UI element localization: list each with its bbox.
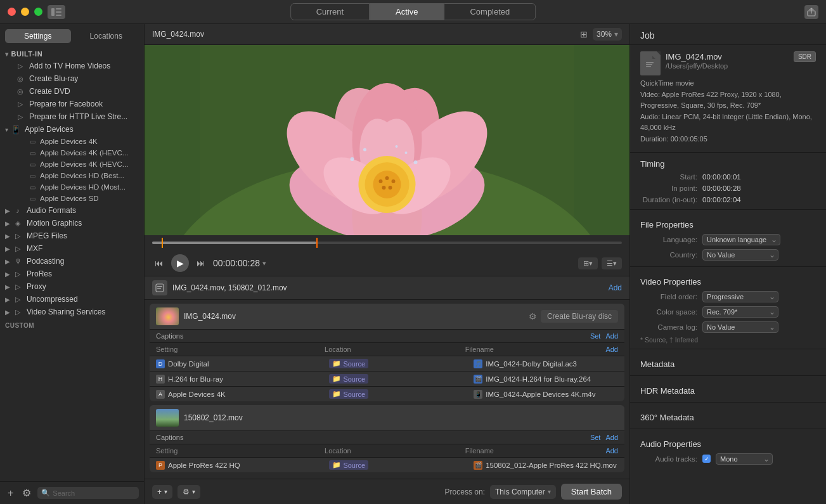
audio-tracks-checkbox[interactable] [702, 455, 711, 463]
audio-props-title[interactable]: Audio Properties [630, 433, 826, 451]
job1-set-button[interactable]: Set [590, 332, 601, 340]
search-field[interactable]: 🔍 [37, 487, 139, 499]
add-item-button[interactable]: + [5, 486, 16, 500]
fb-icon: ▷ [15, 99, 25, 109]
360-metadata-title[interactable]: 360° Metadata [630, 406, 826, 425]
settings-gear-button[interactable]: ⚙ [20, 486, 34, 500]
divider-1 [630, 209, 826, 210]
minimize-button[interactable] [21, 8, 29, 16]
sidebar-item-mxf[interactable]: ▶ ▷ MXF [0, 242, 144, 255]
sidebar-item-create-bluray[interactable]: ◎ Create Blu-ray [0, 72, 144, 85]
file-props-title: File Properties [630, 214, 826, 232]
playback-controls: ⏮ ▶ ⏭ 00:00:00:28 ▾ ⊞▾ ☰▾ [152, 250, 622, 276]
color-space-select[interactable]: Rec. 709* [702, 306, 778, 318]
job-header-icon [152, 280, 167, 295]
sidebar-item-proxy[interactable]: ▶ ▷ Proxy [0, 280, 144, 293]
source-badge-4: 📁 Source [329, 460, 368, 470]
sidebar-sub-apple-sd[interactable]: ▭ Apple Devices SD [0, 193, 144, 204]
job1-setting: Create Blu-ray disc [541, 310, 618, 323]
sidebar-item-podcasting[interactable]: ▶ 🎙 Podcasting [0, 255, 144, 268]
device-icon-4: ▭ [28, 171, 37, 180]
sidebar-sub-apple-4k-hevc2[interactable]: ▭ Apple Devices 4K (HEVC... [0, 158, 144, 170]
sidebar-item-create-dvd[interactable]: ◎ Create DVD [0, 85, 144, 98]
field-order-select-wrapper[interactable]: Progressive [702, 291, 778, 302]
gear-btn-chevron: ▾ [192, 488, 195, 495]
close-button[interactable] [8, 8, 16, 16]
apple-devices-icon: 📱 [11, 124, 21, 134]
camera-log-select[interactable]: No Value [702, 321, 778, 333]
builtin-section-header[interactable]: ▾ BUILT-IN [0, 48, 144, 60]
job2-captions-add-button[interactable]: Add [605, 434, 618, 441]
timecode-display[interactable]: 00:00:00:28 ▾ [213, 258, 266, 268]
country-select[interactable]: No Value [702, 249, 778, 261]
duration-label: Duration (in-out): [640, 196, 697, 204]
device-icon-2: ▭ [28, 148, 37, 157]
zoom-selector[interactable]: 30% ▾ [593, 28, 622, 41]
play-button[interactable]: ▶ [171, 254, 189, 272]
svg-rect-2 [56, 11, 61, 13]
file-name-container: IMG_0424.mov SDR /Users/jeffy/Desktop [666, 51, 816, 72]
output3-setting: A Apple Devices 4K [156, 390, 329, 399]
language-select-wrapper[interactable]: Unknown language [702, 234, 780, 245]
start-batch-button[interactable]: Start Batch [561, 484, 622, 500]
hdr-metadata-title[interactable]: HDR Metadata [630, 380, 826, 398]
audio-tracks-select-wrapper[interactable]: Mono [716, 453, 773, 465]
sidebar-sub-apple-hd-best[interactable]: ▭ Apple Devices HD (Best... [0, 170, 144, 181]
job-add-button[interactable]: Add [609, 283, 622, 292]
job1-output-row-1: D Dolby Digital 📁 Source 🎵 IMG_0424-Dolb… [150, 356, 624, 371]
mpeg-icon: ▷ [13, 231, 23, 241]
color-space-select-wrapper[interactable]: Rec. 709* [702, 306, 778, 318]
add-job-button[interactable]: + ▾ [152, 485, 172, 499]
sidebar-item-audio-formats[interactable]: ▶ ♪ Audio Formats [0, 204, 144, 217]
monitor-settings-button[interactable]: ☰▾ [602, 257, 622, 269]
job1-output-add-button[interactable]: Add [605, 346, 618, 353]
sidebar-sub-apple-4k[interactable]: ▭ Apple Devices 4K [0, 136, 144, 147]
file-info-header: IMG_0424.mov SDR /Users/jeffy/Desktop [640, 51, 816, 75]
sidebar-item-uncompressed[interactable]: ▶ ▷ Uncompressed [0, 293, 144, 306]
sidebar-item-apple-devices[interactable]: ▾ 📱 Apple Devices [0, 123, 144, 136]
job2-output-add-button[interactable]: Add [605, 447, 618, 455]
monitor-output-button[interactable]: ⊞▾ [578, 257, 598, 269]
search-input[interactable] [53, 489, 135, 497]
sidebar-item-prepare-http[interactable]: ▷ Prepare for HTTP Live Stre... [0, 110, 144, 123]
sidebar-item-prepare-facebook[interactable]: ▷ Prepare for Facebook [0, 98, 144, 110]
sidebar-tab-locations[interactable]: Locations [74, 29, 139, 43]
file-icon-1: 🎵 [474, 359, 482, 368]
tab-current[interactable]: Current [290, 3, 370, 20]
country-select-wrapper[interactable]: No Value [702, 249, 778, 261]
sidebar-sub-apple-hd-most[interactable]: ▭ Apple Devices HD (Most... [0, 181, 144, 193]
sidebar-item-add-to-tv[interactable]: ▷ Add to TV Home Videos [0, 60, 144, 72]
sidebar-item-prores[interactable]: ▶ ▷ ProRes [0, 268, 144, 280]
sidebar-item-mpeg-files[interactable]: ▶ ▷ MPEG Files [0, 229, 144, 242]
skip-back-button[interactable]: ⏮ [152, 257, 166, 269]
divider-3 [630, 349, 826, 349]
language-select[interactable]: Unknown language [702, 234, 780, 245]
audio-tracks-select[interactable]: Mono [716, 453, 773, 465]
col-filename-label: Filename [465, 346, 606, 353]
sidebar-item-video-sharing[interactable]: ▶ ▷ Video Sharing Services [0, 306, 144, 318]
main-layout: Settings Locations ▾ BUILT-IN ▷ Add to T… [0, 24, 826, 504]
timeline[interactable] [152, 235, 622, 250]
fit-icon[interactable]: ⊞ [580, 29, 588, 39]
output2-filename: 🎬 IMG_0424-H.264 for Blu-ray.264 [474, 375, 618, 384]
settings-job-button[interactable]: ⚙ ▾ [177, 485, 200, 499]
timeline-track[interactable] [152, 242, 622, 244]
job1-gear-button[interactable]: ⚙ [529, 311, 537, 321]
maximize-button[interactable] [34, 8, 42, 16]
skip-forward-button[interactable]: ⏭ [194, 257, 208, 269]
job1-captions-add-button[interactable]: Add [605, 332, 618, 340]
camera-log-label: Camera log: [640, 323, 697, 331]
camera-log-select-wrapper[interactable]: No Value [702, 321, 778, 333]
sidebar-sub-apple-4k-hevc1[interactable]: ▭ Apple Devices 4K (HEVC... [0, 147, 144, 158]
sidebar-tab-settings[interactable]: Settings [5, 29, 71, 43]
tab-completed[interactable]: Completed [444, 3, 536, 20]
col-setting-label: Setting [156, 346, 325, 353]
share-icon[interactable] [804, 5, 818, 19]
process-selector[interactable]: This Computer ▾ [490, 485, 556, 499]
sidebar-toggle-button[interactable] [48, 5, 65, 19]
metadata-title[interactable]: Metadata [630, 353, 826, 372]
sidebar-item-motion-graphics[interactable]: ▶ ◈ Motion Graphics [0, 217, 144, 229]
field-order-select[interactable]: Progressive [702, 291, 778, 302]
job2-set-button[interactable]: Set [590, 434, 601, 441]
tab-active[interactable]: Active [370, 3, 444, 20]
